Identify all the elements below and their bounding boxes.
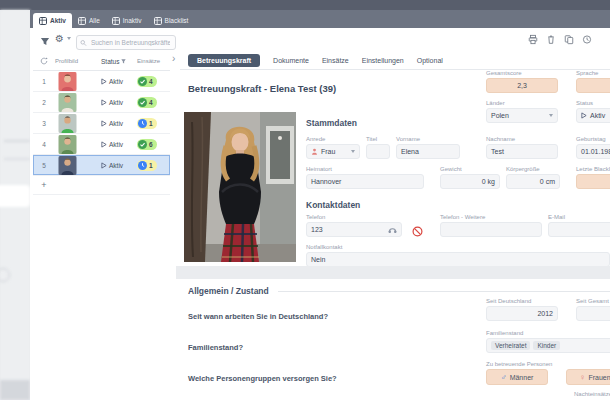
status-cell: Aktiv — [101, 99, 137, 106]
filter-button[interactable] — [40, 37, 50, 47]
telefon-field[interactable]: 123 — [306, 222, 402, 237]
tab-label: Aktiv — [50, 17, 66, 24]
section-separator — [176, 266, 610, 279]
detail-tab-einstellungen[interactable]: Einstellungen — [362, 57, 404, 64]
notfallkontakt-field[interactable]: Nein — [306, 252, 610, 267]
gewicht-field[interactable]: 0 kg — [440, 174, 500, 189]
play-icon — [101, 120, 107, 127]
table-header: Profilbild Status Einsätze — [33, 52, 170, 71]
collapse-panel-chevron[interactable]: › — [172, 54, 175, 64]
familienstand-field[interactable]: Verheiratet Kinder — [486, 338, 610, 353]
section-heading-stammdaten: Stammdaten — [306, 118, 357, 128]
chevron-down-icon — [351, 150, 355, 153]
copy-icon[interactable] — [564, 34, 574, 45]
vorname-field[interactable]: Elena — [396, 144, 460, 159]
status-select[interactable]: Aktiv — [576, 108, 610, 123]
question-seit-deutschland: Seit wann arbeiten Sie in Deutschland? — [188, 312, 328, 321]
table-row[interactable]: 2 Aktiv 4 — [33, 92, 170, 113]
profile-photo — [58, 135, 77, 154]
field-label: Gesamtscore — [486, 70, 558, 76]
seit-deutschland-field[interactable]: 2012 — [486, 306, 558, 321]
table-row[interactable]: 4 Aktiv 6 — [33, 134, 170, 155]
field-label: Vorname — [396, 136, 460, 142]
anrede-select[interactable]: Frau — [306, 144, 360, 159]
tab-aktiv[interactable]: Aktiv — [33, 13, 72, 28]
caregiver-table: Profilbild Status Einsätze 1 Aktiv 4 2 — [33, 52, 171, 400]
section-rule — [278, 291, 610, 292]
field-label: Anrede — [306, 136, 360, 142]
phone-icon[interactable] — [388, 225, 397, 234]
row-number: 3 — [33, 120, 55, 127]
field-label: Seit Deutschland — [486, 298, 558, 304]
section-heading-allgemein: Allgemein / Zustand — [188, 286, 269, 296]
trash-icon[interactable] — [546, 34, 556, 45]
search-icon — [80, 39, 87, 47]
tab-blacklist[interactable]: Blacklist — [148, 13, 195, 28]
search-input[interactable] — [89, 38, 172, 47]
row-number: 2 — [33, 99, 55, 106]
tab-inaktiv[interactable]: Inaktiv — [106, 13, 148, 28]
einsaetze-badge: 4 — [137, 76, 157, 87]
table-icon — [154, 17, 162, 25]
field-label: Gewicht — [440, 166, 500, 172]
familienstand-tag[interactable]: Verheiratet — [491, 341, 530, 350]
table-row[interactable]: 1 Aktiv 4 — [33, 71, 170, 92]
profile-photo — [58, 72, 77, 91]
familienstand-tag[interactable]: Kinder — [533, 341, 560, 350]
print-icon[interactable] — [528, 34, 538, 45]
add-row-button[interactable]: + — [33, 180, 55, 190]
history-icon[interactable] — [582, 34, 592, 45]
settings-button[interactable]: ⚙ — [55, 33, 71, 44]
add-row[interactable]: + — [33, 176, 170, 195]
seit-gesamt-field[interactable] — [576, 306, 610, 321]
column-header-status[interactable]: Status — [101, 58, 137, 65]
section-heading-kontaktdaten: Kontaktdaten — [306, 200, 360, 210]
koerpergroesse-field[interactable]: 0 cm — [506, 174, 560, 189]
female-icon: ♀ — [579, 373, 585, 382]
page-title: Betreuungskraft - Elena Test (39) — [188, 83, 336, 94]
geburtstag-field[interactable]: 01.01.1985 — [576, 144, 610, 159]
heimatort-field[interactable]: Hannover — [306, 174, 424, 189]
titel-field[interactable] — [366, 144, 390, 159]
blurred-line — [4, 140, 30, 142]
detail-tab-dokumente[interactable]: Dokumente — [273, 57, 309, 64]
maenner-toggle-button[interactable]: ♂ Männer — [486, 369, 548, 385]
detail-tab-optional[interactable]: Optional — [417, 57, 443, 64]
gesamtscore-field[interactable]: 2,3 — [486, 78, 558, 93]
field-label: Sprache — [576, 70, 610, 76]
field-label: Notfallkontakt — [306, 244, 610, 250]
nachname-field[interactable]: Test — [486, 144, 558, 159]
field-label-nachteinsaetze: Nachteinsätze — [574, 391, 610, 397]
detail-tab-einsaetze[interactable]: Einsätze — [322, 57, 349, 64]
chevron-down-icon — [549, 114, 553, 117]
refresh-column-header[interactable] — [33, 57, 55, 66]
male-icon: ♂ — [501, 373, 507, 382]
sprache-field[interactable] — [576, 78, 610, 93]
record-actions — [528, 34, 592, 45]
play-icon — [101, 141, 107, 148]
field-label: Zu betreuende Personen — [486, 361, 552, 367]
letzte-blacklist-field[interactable] — [576, 174, 610, 189]
tab-alle[interactable]: Alle — [72, 13, 106, 28]
field-label: Telefon — [306, 214, 402, 220]
whatsapp-blocked-icon[interactable] — [412, 223, 423, 241]
field-label: Körpergröße — [506, 166, 560, 172]
frauen-toggle-button[interactable]: ♀ Frauen — [566, 369, 610, 385]
play-icon — [101, 99, 107, 106]
refresh-icon — [40, 57, 48, 65]
profile-photo — [58, 93, 77, 112]
field-label: Familienstand — [486, 330, 610, 336]
detail-tabbar: Betreuungskraft Dokumente Einsätze Einst… — [180, 52, 610, 70]
view-tabbar: Aktiv Alle Inaktiv Blacklist — [30, 10, 610, 28]
status-cell: Aktiv — [101, 78, 137, 85]
laender-select[interactable]: Polen — [486, 108, 558, 123]
profile-photo — [58, 114, 77, 133]
row-number: 4 — [33, 141, 55, 148]
telefon-weitere-field[interactable] — [440, 222, 542, 237]
detail-tab-betreuungskraft[interactable]: Betreuungskraft — [188, 54, 260, 67]
tab-label: Inaktiv — [123, 17, 142, 24]
table-row-selected[interactable]: 5 Aktiv 1 — [33, 155, 170, 176]
table-row[interactable]: 3 Aktiv 1 — [33, 113, 170, 134]
email-field[interactable] — [548, 222, 610, 237]
field-label: Länder — [486, 100, 558, 106]
